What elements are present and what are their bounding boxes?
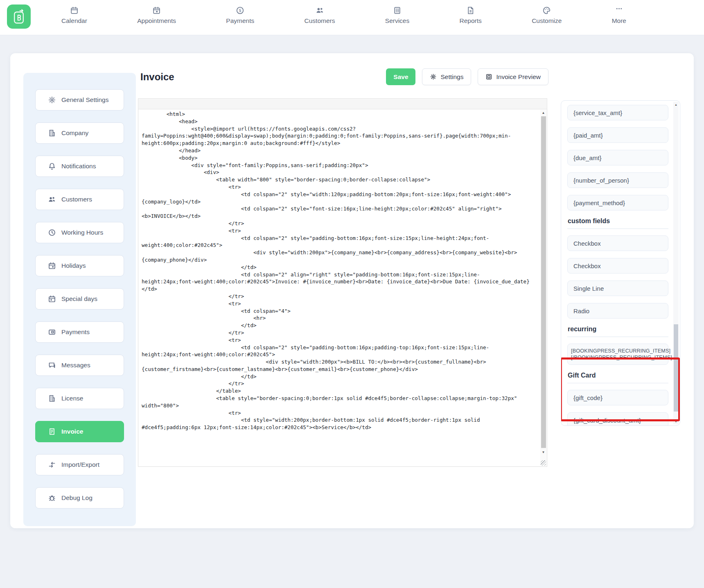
nav-item-services[interactable]: Services [385,0,409,35]
top-nav-items: Calendar Appointments $ Payments Custome… [61,0,626,35]
reports-icon [466,6,475,15]
recurring-close-tag: [/BOOKINGPRESS_RECURRING_ITEMS] [571,354,672,361]
custom-field-chip[interactable]: Radio [567,303,668,319]
sidebar-item-license[interactable]: License [35,388,124,409]
scroll-up-arrow[interactable]: ▲ [540,110,546,116]
sidebar-item-general-settings[interactable]: General Settings [35,89,124,111]
gear-icon [48,96,56,104]
nav-item-customers[interactable]: Customers [305,0,335,35]
customize-icon [542,6,551,15]
placeholders-list: {service_tax_amt} {paid_amt} {due_amt} {… [561,101,680,426]
sidebar-item-label: Customers [61,196,92,203]
gift-card-chip[interactable]: {gift_code} [567,390,668,405]
settings-card: General Settings Company Notifications C… [10,53,694,528]
placeholder-chip[interactable]: {paid_amt} [567,127,668,143]
top-navigation-bar: Calendar Appointments $ Payments Custome… [0,0,704,35]
clock-icon [48,228,56,237]
resize-grip[interactable] [541,460,546,466]
scrollbar-thumb[interactable] [674,324,678,411]
sidebar-item-label: General Settings [61,96,108,104]
nav-label: Reports [460,17,482,25]
custom-field-chip[interactable]: Checkbox [567,258,668,274]
custom-field-chip[interactable]: Single Line [567,280,668,296]
sidebar-item-label: Company [61,129,88,137]
bookingpress-logo[interactable] [7,5,31,29]
settings-button[interactable]: Settings [422,68,471,85]
settings-button-label: Settings [440,73,463,81]
editor-scrollbar[interactable]: ▲ ▼ [540,110,546,466]
nav-item-payments[interactable]: $ Payments [226,0,254,35]
sidebar-item-debug-log[interactable]: Debug Log [35,487,124,509]
nav-item-calendar[interactable]: Calendar [61,0,87,35]
sidebar-item-special-days[interactable]: Special days [35,288,124,310]
gift-card-chip[interactable]: {gift_card_discount_amt} [567,412,668,426]
custom-field-chip[interactable]: Checkbox [567,235,668,251]
sidebar-item-payments[interactable]: Payments [35,321,124,343]
sidebar-item-notifications[interactable]: Notifications [35,156,124,177]
placeholder-chip[interactable]: {number_of_person} [567,172,668,188]
invoice-template-editor: <html> <head> <style>@import url(https:/… [138,98,547,467]
nav-item-appointments[interactable]: Appointments [137,0,176,35]
bell-icon [48,162,56,170]
calendar-day-icon [48,262,56,270]
more-icon [615,6,623,15]
section-divider [567,383,668,383]
invoice-template-code[interactable]: <html> <head> <style>@import url(https:/… [138,109,540,466]
sidebar-item-customers[interactable]: Customers [35,189,124,210]
sidebar-item-label: Special days [61,295,97,303]
nav-item-more[interactable]: More [612,0,626,35]
sidebar-item-label: License [61,395,83,402]
nav-item-customize[interactable]: Customize [532,0,562,35]
nav-label: More [612,17,626,25]
sidebar-item-messages[interactable]: Messages [35,355,124,376]
nav-label: Calendar [61,17,87,25]
import-export-icon [48,461,56,469]
scroll-up-arrow[interactable]: ▲ [673,102,679,107]
nav-item-reports[interactable]: Reports [460,0,482,35]
appointments-icon [152,6,161,15]
calendar-star-icon [48,295,56,303]
scrollbar-thumb[interactable] [541,116,546,448]
gear-icon [430,73,437,80]
chat-icon [48,361,56,369]
sidebar-item-label: Invoice [61,428,83,435]
placeholder-chip[interactable]: {payment_method} [567,195,668,210]
svg-text:$: $ [239,8,241,13]
customers-icon [48,195,56,204]
sidebar-item-invoice[interactable]: Invoice [35,421,124,442]
editor-toolbar [138,98,547,109]
sidebar-item-label: Working Hours [61,229,103,236]
section-divider [567,337,668,337]
gift-card-heading: Gift Card [568,372,668,379]
recurring-items-chip[interactable]: [BOOKINGPRESS_RECURRING_ITEMS] [/BOOKING… [567,344,668,365]
sidebar-item-label: Payments [61,328,90,336]
scroll-down-arrow[interactable]: ▼ [540,449,546,455]
save-button[interactable]: Save [386,68,415,85]
nav-label: Appointments [137,17,176,25]
placeholder-chip[interactable]: {due_amt} [567,150,668,165]
custom-fields-heading: custom fields [568,217,668,225]
placeholders-panel: {service_tax_amt} {paid_amt} {due_amt} {… [561,100,680,426]
sidebar-item-label: Holidays [61,262,86,269]
settings-sidebar: General Settings Company Notifications C… [23,73,136,526]
header-actions: Save Settings Invoice Preview [386,68,548,85]
nav-label: Services [385,17,409,25]
sidebar-item-label: Debug Log [61,494,93,502]
recurring-heading: recurring [568,326,668,333]
nav-label: Customers [305,17,335,25]
invoice-icon [48,427,56,436]
scroll-down-arrow[interactable]: ▼ [673,419,679,424]
sidebar-item-holidays[interactable]: Holidays [35,255,124,276]
customers-icon [316,6,324,15]
editor-body: <html> <head> <style>@import url(https:/… [138,109,547,467]
preview-icon [485,73,492,80]
sidebar-item-company[interactable]: Company [35,122,124,144]
placeholder-chip[interactable]: {service_tax_amt} [567,105,668,120]
sidebar-item-import-export[interactable]: Import/Export [35,454,124,475]
placeholders-scrollbar[interactable]: ▲ ▼ [673,102,679,424]
invoice-preview-button[interactable]: Invoice Preview [478,68,548,85]
content-header: Invoice Save Settings Invoice Preview [140,66,548,88]
sidebar-item-working-hours[interactable]: Working Hours [35,222,124,243]
page-title: Invoice [140,71,174,83]
credit-card-icon [48,328,56,336]
